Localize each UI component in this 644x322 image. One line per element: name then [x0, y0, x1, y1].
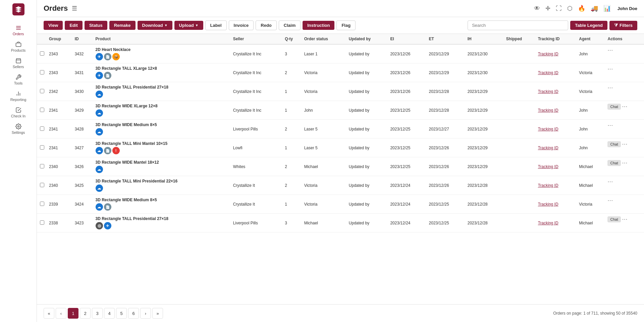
expand-icon[interactable]: ⛶: [556, 5, 562, 12]
filters-button[interactable]: ⧩ Filters: [609, 21, 637, 30]
cell-updated-by: Updated by: [347, 101, 388, 120]
cube-icon[interactable]: ⬡: [567, 5, 573, 12]
app-logo[interactable]: [12, 3, 24, 15]
more-options-button[interactable]: ···: [607, 47, 613, 53]
next-page-button[interactable]: ›: [140, 308, 151, 319]
chat-button[interactable]: Chat: [607, 104, 621, 110]
more-options-button[interactable]: ···: [622, 104, 628, 110]
header-updated-by: Updated by: [347, 34, 388, 44]
more-options-button[interactable]: ···: [607, 66, 613, 72]
more-options-button[interactable]: ···: [607, 198, 613, 204]
more-options-button[interactable]: ···: [607, 85, 613, 91]
label-button[interactable]: Label: [205, 20, 227, 30]
status-button[interactable]: Status: [85, 21, 107, 30]
redo-button[interactable]: Redo: [256, 20, 277, 30]
chat-button[interactable]: Chat: [607, 141, 621, 147]
page-button-5[interactable]: 5: [116, 308, 127, 319]
page-button-2[interactable]: 2: [80, 308, 91, 319]
chart-icon[interactable]: 📊: [603, 5, 611, 12]
instruction-button[interactable]: Instruction: [303, 21, 334, 30]
tracking-id-link[interactable]: Tracking ID: [538, 52, 558, 56]
row-checkbox[interactable]: [40, 164, 44, 168]
menu-icon[interactable]: ☰: [72, 5, 77, 12]
search-input[interactable]: [468, 20, 568, 30]
tracking-id-link[interactable]: Tracking ID: [538, 70, 558, 75]
cell-seller: Whites: [231, 157, 283, 176]
fire-icon[interactable]: 🔥: [578, 5, 585, 12]
row-checkbox[interactable]: [40, 202, 44, 206]
tracking-id-link[interactable]: Tracking ID: [538, 89, 558, 94]
cell-ei: 2023/12/25: [388, 157, 427, 176]
row-checkbox[interactable]: [40, 183, 44, 187]
cell-qty: 2: [283, 63, 302, 82]
download-button[interactable]: Download ▼: [138, 21, 172, 30]
sidebar-item-reporting[interactable]: Reporting: [0, 88, 37, 104]
cell-qty: 1: [283, 139, 302, 157]
pagination-info: Orders on page: 1 of 711, showing 50 of …: [553, 311, 637, 316]
view-button[interactable]: View: [44, 21, 63, 30]
sidebar-item-orders[interactable]: Orders: [0, 22, 37, 39]
table-legend-button[interactable]: Table Legend: [570, 21, 607, 30]
tracking-id-link[interactable]: Tracking ID: [538, 202, 558, 207]
tracking-id-link[interactable]: Tracking ID: [538, 146, 558, 150]
more-options-button[interactable]: ···: [622, 216, 628, 222]
cell-product: 3D Rectangle WIDE Medium 8×5☁: [94, 120, 231, 139]
tracking-id-link[interactable]: Tracking ID: [538, 221, 558, 225]
crosshair-icon[interactable]: ✛: [545, 5, 550, 12]
tracking-id-link[interactable]: Tracking ID: [538, 127, 558, 131]
sidebar-item-tools[interactable]: Tools: [0, 71, 37, 88]
row-checkbox[interactable]: [40, 145, 44, 150]
page-button-3[interactable]: 3: [92, 308, 103, 319]
page-button-4[interactable]: 4: [104, 308, 115, 319]
page-button-1[interactable]: 1: [68, 308, 78, 319]
cell-ei: 2023/12/24: [388, 214, 427, 232]
header-et: ET: [427, 34, 466, 44]
table-row: 233834233D Rectangle TALL Presidential 2…: [37, 214, 644, 232]
more-options-button[interactable]: ···: [622, 160, 628, 166]
tracking-id-link[interactable]: Tracking ID: [538, 108, 558, 113]
upload-button[interactable]: Upload ▼: [174, 21, 203, 30]
cell-id: 3427: [73, 139, 94, 157]
orders-table: Group ID Product Seller Q-ty Order statu…: [37, 34, 644, 232]
prev-page-button[interactable]: ‹: [56, 308, 66, 319]
more-options-button[interactable]: ···: [607, 122, 613, 128]
cell-shipped: [504, 157, 536, 176]
row-checkbox[interactable]: [40, 70, 44, 74]
row-checkbox[interactable]: [40, 108, 44, 112]
sidebar-item-orders-label: Orders: [13, 32, 24, 36]
doc-icon: 📄: [104, 147, 111, 154]
chat-button[interactable]: Chat: [607, 160, 621, 166]
truck-icon[interactable]: 🚚: [591, 5, 598, 12]
tracking-id-link[interactable]: Tracking ID: [538, 183, 558, 188]
tracking-id-link[interactable]: Tracking ID: [538, 164, 558, 169]
page-button-6[interactable]: 6: [128, 308, 139, 319]
row-checkbox[interactable]: [40, 89, 44, 93]
sidebar-item-products[interactable]: Products: [0, 39, 37, 55]
sidebar-item-settings[interactable]: Settings: [0, 121, 37, 137]
sidebar-item-sellers[interactable]: Sellers: [0, 55, 37, 71]
remake-button[interactable]: Remake: [109, 21, 136, 30]
row-checkbox[interactable]: [40, 126, 44, 131]
last-page-button[interactable]: »: [152, 308, 163, 319]
claim-button[interactable]: Claim: [279, 20, 301, 30]
more-options-button[interactable]: ···: [622, 141, 628, 147]
table-row: 234134273D Rectangle TALL Mini Mantel 10…: [37, 139, 644, 157]
cell-updated-by: Updated by: [347, 176, 388, 195]
eye-icon[interactable]: 👁: [534, 5, 540, 12]
cell-tracking: Tracking ID: [536, 44, 577, 63]
cell-actions: ···: [605, 120, 644, 131]
main-content: Orders ☰ 👁 ✛ ⛶ ⬡ 🔥 🚚 📊 John Doe View Edi…: [37, 0, 644, 322]
flag-button[interactable]: Flag: [336, 20, 356, 30]
chat-button[interactable]: Chat: [607, 216, 621, 222]
invoice-button[interactable]: Invoice: [229, 20, 254, 30]
cell-tracking: Tracking ID: [536, 101, 577, 120]
header-ei: EI: [388, 34, 427, 44]
first-page-button[interactable]: «: [44, 308, 54, 319]
row-checkbox[interactable]: [40, 51, 44, 56]
edit-button[interactable]: Edit: [65, 21, 83, 30]
row-checkbox[interactable]: [40, 220, 44, 225]
sidebar-item-checkin[interactable]: Check In: [0, 104, 37, 121]
more-options-button[interactable]: ···: [607, 179, 613, 185]
cell-product: 2D Heart Necklace✈📄📦: [94, 44, 231, 63]
cell-group: 2341: [47, 101, 73, 120]
